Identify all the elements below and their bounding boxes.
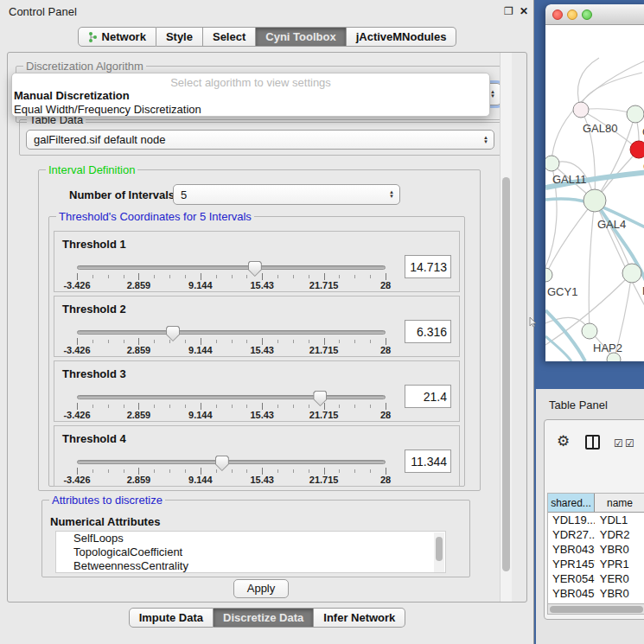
tick-mark [169, 340, 170, 343]
network-graph-svg: GAL80 G GAL11 C GAL4 GCY1 H HAP2 [545, 25, 644, 361]
float-window-icon[interactable]: ❐ [504, 5, 513, 17]
table-row[interactable]: YER054CYER0 [548, 571, 644, 586]
apply-button[interactable]: Apply [233, 579, 289, 598]
columns-icon[interactable] [585, 435, 600, 450]
tick-mark [324, 273, 325, 280]
tab-network[interactable]: Network [78, 27, 156, 47]
tick-mark [216, 340, 217, 343]
tab-discretize-data[interactable]: Discretize Data [214, 608, 314, 628]
tick-mark [77, 338, 78, 345]
table-row[interactable]: YBR043CYBR0 [548, 542, 644, 557]
node-gal80[interactable] [573, 102, 589, 118]
node-red-selected[interactable] [630, 141, 644, 158]
mac-minimize-button[interactable] [567, 10, 577, 20]
tab-jactivemnodules[interactable]: jActiveMNodules [347, 27, 457, 47]
tab-infer-network[interactable]: Infer Network [314, 608, 405, 628]
node-h[interactable] [622, 264, 641, 283]
tick-label: 2.859 [127, 280, 151, 290]
node-labels: GAL80 G GAL11 C GAL4 GCY1 H HAP2 [547, 122, 644, 354]
cell-name: YBR0 [595, 586, 644, 601]
stepper-arrows-icon: ▲▼ [480, 136, 494, 144]
tick-label: 21.715 [309, 280, 339, 290]
tick-label: -3.426 [63, 280, 90, 290]
node-gcy1[interactable] [545, 268, 552, 282]
table-header-row: shared... name [548, 494, 644, 513]
attributes-scrollbar[interactable] [434, 532, 444, 572]
network-view-window[interactable]: GAL80 G GAL11 C GAL4 GCY1 H HAP2 [545, 4, 644, 361]
tick-label: 28 [380, 410, 391, 420]
table-row[interactable]: YDR27...YDR2 [548, 527, 644, 542]
slider-ticks [77, 273, 386, 280]
scrollbar-thumb[interactable] [502, 177, 510, 571]
threshold-1-value-field[interactable]: 14.713 [405, 255, 451, 278]
cell-name: YER0 [595, 571, 644, 586]
threshold-1-slider[interactable] [77, 265, 386, 270]
tick-label: -3.426 [63, 345, 90, 355]
threshold-2-value-field[interactable]: 6.316 [405, 320, 451, 343]
threshold-3-slider[interactable] [77, 395, 386, 399]
node-gal4[interactable] [583, 189, 606, 212]
threshold-4-value-field[interactable]: 11.344 [405, 450, 451, 473]
gear-icon[interactable]: ⚙ [557, 432, 570, 450]
scrollbar-thumb[interactable] [436, 537, 443, 561]
tick-mark [324, 468, 325, 475]
column-header-name[interactable]: name [595, 494, 644, 512]
threshold-1-box: Threshold 1 -3.4262.8599.14415.4321.7152… [54, 231, 460, 292]
tab-impute-data[interactable]: Impute Data [129, 608, 214, 628]
table-row[interactable]: YPR145WYPR1 [548, 557, 644, 571]
attribute-item[interactable]: BetweennessCentrality [56, 559, 445, 573]
table-horizontal-scrollbar[interactable] [547, 603, 644, 615]
attribute-item[interactable]: SelfLoops [56, 532, 445, 545]
cell-shared-name: YPR145W [548, 557, 595, 571]
control-panel-titlebar: Control Panel ❐ ✕ [0, 0, 533, 22]
tick-mark [354, 405, 355, 408]
tick-mark [108, 405, 109, 408]
cell-name: YDR2 [595, 527, 644, 542]
tick-mark [201, 273, 201, 280]
mac-close-button[interactable] [552, 10, 563, 20]
number-of-intervals-select[interactable]: 5 ▲▼ [173, 184, 400, 205]
tab-select[interactable]: Select [203, 27, 256, 47]
tick-label: 2.859 [127, 475, 151, 485]
numerical-attributes-label: Numerical Attributes [50, 515, 160, 528]
table-row[interactable]: YBR045CYBR0 [548, 586, 644, 601]
tick-mark [92, 275, 93, 278]
network-nodes[interactable] [545, 102, 644, 361]
slider-scale-labels: -3.4262.8599.14415.4321.71528 [77, 280, 386, 290]
node-gal11[interactable] [545, 156, 559, 171]
mac-zoom-button[interactable] [582, 10, 592, 20]
tick-mark [169, 275, 170, 278]
network-canvas[interactable]: GAL80 G GAL11 C GAL4 GCY1 H HAP2 [545, 25, 644, 361]
node-top-right[interactable] [627, 105, 644, 123]
tab-style[interactable]: Style [156, 27, 203, 47]
popup-option[interactable]: Manual Discretization [12, 89, 489, 103]
tick-mark [138, 338, 139, 345]
tab-label: Cyni Toolbox [265, 30, 335, 43]
node-hap2[interactable] [582, 323, 597, 339]
numerical-attributes-list[interactable]: SelfLoopsTopologicalCoefficientBetweenne… [55, 531, 446, 573]
table-data-select[interactable]: galFiltered.sif default node ▲▼ [26, 130, 494, 150]
checkbox-icon[interactable]: ☑ [625, 437, 634, 450]
attribute-item[interactable]: TopologicalCoefficient [56, 545, 445, 559]
threshold-3-value-field[interactable]: 21.4 [405, 385, 451, 408]
network-window-titlebar[interactable] [545, 4, 644, 25]
column-header-shared-name[interactable]: shared... [548, 494, 595, 512]
threshold-label: Threshold 1 [62, 238, 126, 251]
tab-cyni-toolbox[interactable]: Cyni Toolbox [256, 27, 346, 47]
close-icon[interactable]: ✕ [520, 5, 528, 17]
slider-scale-labels: -3.4262.8599.14415.4321.71528 [77, 475, 386, 485]
content-vertical-scrollbar[interactable] [500, 53, 512, 602]
popup-option[interactable]: Equal Width/Frequency Discretization [12, 103, 489, 117]
tick-mark [92, 469, 93, 473]
scrollbar-thumb[interactable] [550, 606, 643, 613]
table-row[interactable]: YDL19...YDL1 [548, 513, 644, 527]
checkbox-icon[interactable]: ☑ [614, 437, 623, 450]
tick-mark [124, 405, 124, 408]
network-graph-icon [88, 31, 98, 43]
threshold-4-slider[interactable] [77, 460, 386, 464]
tick-mark [77, 403, 78, 410]
tick-mark [169, 469, 170, 473]
node-attribute-table[interactable]: shared... name YDL19...YDL1YDR27...YDR2Y… [547, 493, 644, 603]
tick-label: 2.859 [127, 410, 151, 420]
threshold-2-slider[interactable] [77, 330, 386, 335]
